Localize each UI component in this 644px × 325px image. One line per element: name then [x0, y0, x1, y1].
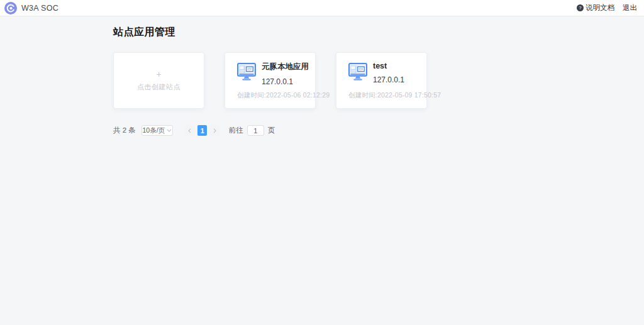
- site-created-time: 创建时间:2022-05-09 17:50:57: [348, 91, 441, 100]
- chevron-right-icon: [213, 128, 216, 133]
- chevron-left-icon: [188, 128, 191, 133]
- docs-link[interactable]: ? 说明文档: [577, 3, 614, 13]
- create-site-label: 点击创建站点: [137, 82, 180, 92]
- header-actions: ? 说明文档 退出: [577, 3, 637, 13]
- page-title: 站点应用管理: [113, 26, 644, 39]
- site-host: 127.0.0.1: [373, 75, 404, 84]
- monitor-icon: [348, 63, 367, 83]
- swirl-logo-icon: [4, 2, 17, 14]
- site-info: test 127.0.0.1: [373, 62, 404, 84]
- page-number-button[interactable]: 1: [197, 125, 207, 136]
- monitor-icon: [237, 63, 256, 83]
- next-page-button[interactable]: [210, 125, 219, 136]
- pagination: 共 2 条 10条/页 1 前往 页: [113, 125, 644, 136]
- site-name: test: [373, 62, 404, 70]
- brand: W3A SOC: [4, 2, 58, 14]
- site-card[interactable]: 元豚本地应用 127.0.0.1 创建时间:2022-05-06 02:12:2…: [225, 52, 316, 109]
- chevron-down-icon: [167, 129, 172, 132]
- page-size-value: 10条/页: [142, 126, 165, 135]
- site-card[interactable]: test 127.0.0.1 创建时间:2022-05-09 17:50:57: [336, 52, 427, 109]
- site-info: 元豚本地应用 127.0.0.1: [262, 62, 309, 86]
- goto-label: 前往: [229, 126, 243, 135]
- site-host: 127.0.0.1: [262, 77, 309, 86]
- total-count: 共 2 条: [113, 126, 136, 135]
- docs-link-label: 说明文档: [586, 3, 614, 13]
- logout-link[interactable]: 退出: [623, 3, 637, 13]
- main-content: 站点应用管理 + 点击创建站点: [0, 16, 644, 136]
- site-card-top: test 127.0.0.1: [348, 62, 421, 84]
- top-header: W3A SOC ? 说明文档 退出: [0, 0, 644, 16]
- goto-page-input[interactable]: [247, 125, 264, 136]
- app-root: { "header": { "brand": "W3A SOC", "docs_…: [0, 0, 644, 325]
- help-circle-icon: ?: [577, 4, 584, 11]
- create-site-card[interactable]: + 点击创建站点: [113, 52, 204, 109]
- page-size-select[interactable]: 10条/页: [142, 125, 173, 136]
- brand-title: W3A SOC: [21, 4, 58, 13]
- prev-page-button[interactable]: [185, 125, 194, 136]
- svg-text:?: ?: [579, 5, 582, 11]
- site-card-list: + 点击创建站点: [113, 52, 644, 109]
- site-created-time: 创建时间:2022-05-06 02:12:29: [237, 91, 330, 100]
- goto-suffix: 页: [268, 126, 275, 135]
- pager: 1: [184, 125, 221, 136]
- site-name: 元豚本地应用: [262, 62, 309, 72]
- plus-icon: +: [156, 70, 161, 79]
- site-card-top: 元豚本地应用 127.0.0.1: [237, 62, 310, 86]
